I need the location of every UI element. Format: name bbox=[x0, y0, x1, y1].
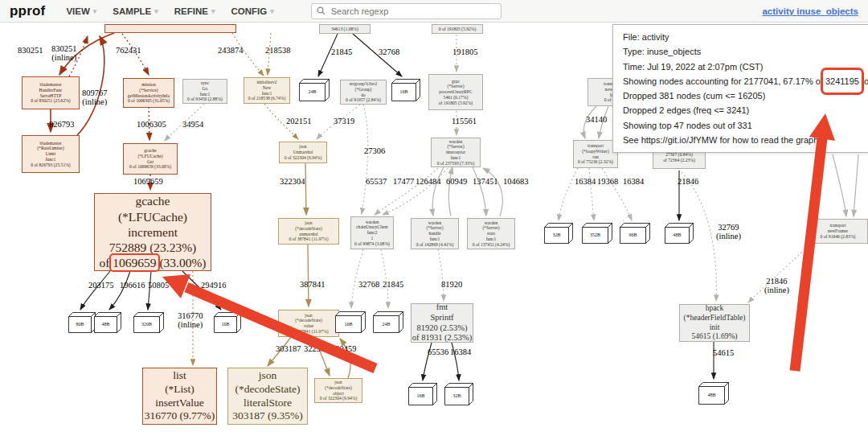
node-label: 0 of 237593 (7.33%) bbox=[437, 161, 475, 167]
node-warden-chainunaryclient[interactable]: wardenchainUnaryClientfunc210 of 99874 (… bbox=[350, 216, 394, 249]
node-label: 5461 (0.17%) bbox=[444, 95, 469, 101]
node-label: (*LFUCache) bbox=[137, 154, 162, 159]
box-node-16b[interactable]: 16B bbox=[214, 312, 241, 333]
edge-label: 21846 bbox=[678, 177, 698, 186]
node-blademaster-servehttp[interactable]: blademasterHandlerFuncServeHTTP0 of 8302… bbox=[22, 76, 80, 109]
edge-label: 50805 bbox=[148, 281, 169, 290]
node-json-decodestate-object[interactable]: json(*decodeState)object0 of 322304 (9.9… bbox=[314, 378, 362, 403]
node-label: 0 of 322304 (9.94%) bbox=[320, 396, 358, 401]
node-label: (*decodeState) bbox=[295, 318, 322, 323]
node-label: sync bbox=[201, 80, 209, 86]
box-node-48b[interactable]: 48B bbox=[698, 382, 729, 405]
node-label: json bbox=[305, 313, 312, 319]
menu-refine[interactable]: REFINE bbox=[174, 6, 215, 16]
node-json-unmarshal[interactable]: jsonUnmarshal0 of 322304 (9.94%) bbox=[279, 142, 327, 163]
menu-view[interactable]: VIEW bbox=[66, 6, 96, 16]
node-label: 0 of 322304 (9.94%) bbox=[285, 155, 322, 161]
node-top-partial[interactable] bbox=[104, 24, 236, 33]
edge-label: 34954 bbox=[182, 120, 203, 129]
box-node-48b[interactable]: 48B bbox=[665, 223, 694, 244]
node-label: warden bbox=[485, 220, 497, 226]
node-label: of 72364 (2.23%) bbox=[663, 158, 695, 163]
node-label: 1 bbox=[371, 236, 374, 241]
node-label: Limit bbox=[46, 151, 55, 157]
box-node-32b[interactable]: 32B bbox=[444, 383, 473, 405]
box-node-352b[interactable]: 352B bbox=[582, 223, 612, 244]
node-label: (*headerFieldTable) bbox=[684, 314, 746, 323]
node-label: do bbox=[361, 93, 366, 98]
edge-label: 104683 bbox=[503, 177, 529, 186]
edge-label: 294916 bbox=[201, 281, 227, 290]
node-label: transport bbox=[588, 143, 604, 149]
node-label: 0 of 830251 (25.62%) bbox=[31, 98, 70, 104]
node-label: transport bbox=[830, 223, 846, 228]
box-node-80b[interactable]: 80B bbox=[68, 312, 96, 333]
node-label: (*LFUCache) bbox=[118, 209, 187, 224]
box-node-16b[interactable]: 16B bbox=[408, 383, 437, 405]
node-gcache-get[interactable]: gcache(*LFUCache)Get0 of 1069659 (33.00%… bbox=[123, 143, 178, 175]
edge-label: 115561 bbox=[452, 117, 477, 125]
edge-label: 830251 (inline) bbox=[51, 44, 77, 62]
node-label: json bbox=[299, 144, 306, 150]
node-label: Sprintf bbox=[430, 313, 453, 323]
box-size-label: 48B bbox=[94, 316, 117, 333]
node-blademaster-ratelimiter[interactable]: blademaster(*RateLimiter)Limitfunc10 of … bbox=[22, 135, 80, 173]
edge-label: 21845 bbox=[383, 280, 403, 289]
box-node-320b[interactable]: 320B bbox=[133, 312, 164, 333]
node-label: gcache bbox=[144, 148, 157, 154]
box-size-label: 24B bbox=[373, 315, 399, 333]
node-label: 34613 (1.08%) bbox=[331, 27, 358, 32]
menu-sample[interactable]: SAMPLE bbox=[113, 6, 158, 16]
box-node-24b[interactable]: 24B bbox=[373, 311, 403, 333]
node-label: func1 bbox=[262, 91, 272, 97]
node-label: interceptor bbox=[446, 150, 465, 155]
node-warden-interceptor[interactable]: warden(*Server)interceptorfunc10 of 2375… bbox=[431, 138, 481, 167]
edge-label: 16384 bbox=[623, 177, 644, 186]
node-json-literalstore[interactable]: json(*decodeState)literalStore303187 (9.… bbox=[227, 368, 308, 425]
node-warden-stats[interactable]: warden(*Server)statsfunc10 of 137451 (4.… bbox=[467, 218, 515, 249]
node-label: json bbox=[305, 220, 312, 226]
node-partial-34613[interactable]: 34613 (1.08%) bbox=[319, 24, 371, 34]
box-node-48b[interactable]: 48B bbox=[94, 312, 121, 333]
node-partial-191805[interactable]: 0 of 191805 (5.92%) bbox=[432, 24, 483, 34]
node-label: Unmarshal bbox=[293, 150, 313, 155]
box-node-24b[interactable]: 24B bbox=[299, 79, 330, 101]
node-label: value bbox=[304, 323, 313, 329]
node-transport-newframer[interactable]: transportnewFramer0 of 91646 (2.83%) bbox=[808, 219, 868, 244]
node-label: func2 bbox=[367, 230, 378, 236]
node-fmt-sprintf[interactable]: fmtSprintf81920 (2.53%)of 81931 (2.53%) bbox=[411, 303, 473, 343]
node-label: 0 of 387841 (11.97%) bbox=[289, 329, 328, 335]
node-label: hpack bbox=[706, 304, 724, 314]
box-node-96b[interactable]: 96B bbox=[620, 223, 650, 244]
node-label: (*decodeState) bbox=[295, 226, 322, 232]
edge-label: 65536 bbox=[428, 347, 448, 356]
menu-config[interactable]: CONFIG bbox=[231, 6, 274, 16]
node-label: newFramer bbox=[828, 228, 848, 234]
node-grpc-processunaryrpc[interactable]: grpc(*Server)processUnaryRPC5461 (0.17%)… bbox=[428, 74, 483, 110]
box-size-label: 16B bbox=[335, 315, 362, 333]
search-input[interactable] bbox=[311, 3, 502, 19]
pprof-app: pprof VIEWSAMPLEREFINECONFIG activity in… bbox=[0, 0, 868, 440]
box-node-16b[interactable]: 16B bbox=[335, 311, 366, 333]
node-sync-go-func1[interactable]: syncGofunc10 of 93450 (2.88%) bbox=[182, 79, 227, 104]
node-json-decodestate-unmarshal[interactable]: json(*decodeState)unmarshal0 of 387841 (… bbox=[278, 218, 339, 245]
box-size-label: 16B bbox=[214, 316, 237, 333]
box-node-32b[interactable]: 32B bbox=[544, 223, 573, 244]
node-errgroup-do[interactable]: errgroup%3av2(*Group)do0 of 91957 (2.84%… bbox=[340, 80, 387, 105]
node-hpack-init[interactable]: hpack(*headerFieldTable)init54615 (1.69%… bbox=[679, 304, 750, 342]
node-json-decodestate-value[interactable]: json(*decodeState)value0 of 387841 (11.9… bbox=[278, 310, 339, 337]
node-initializev2-new[interactable]: initializev2Newfunc10 of 218538 (6.74%) bbox=[244, 77, 290, 104]
node-list-insertvalue[interactable]: list(*List)insertValue316770 (9.77%) bbox=[142, 368, 217, 425]
node-label: unmarshal bbox=[299, 232, 317, 237]
node-mission-getactivityinfo[interactable]: mission(*Service)getMissionActivityInfo0… bbox=[123, 78, 174, 108]
node-label: json bbox=[259, 369, 277, 383]
profile-link[interactable]: activity inuse_objects bbox=[762, 6, 858, 16]
node-gcache-increment[interactable]: gcache(*LFUCache)increment752889 (23.23%… bbox=[94, 193, 211, 271]
node-transport-loopywriter[interactable]: transport(*loopyWriter)run0 of 75230 (2.… bbox=[573, 140, 618, 168]
node-label: getMissionActivityInfo bbox=[128, 93, 170, 99]
node-label: (*decodeState) bbox=[235, 383, 301, 397]
box-node-16b[interactable]: 16B bbox=[391, 79, 420, 101]
node-warden-handle[interactable]: warden(*Server)handlefunc10 of 142869 (4… bbox=[411, 218, 459, 249]
node-label: New bbox=[263, 85, 272, 91]
node-label: fmt bbox=[436, 302, 448, 313]
